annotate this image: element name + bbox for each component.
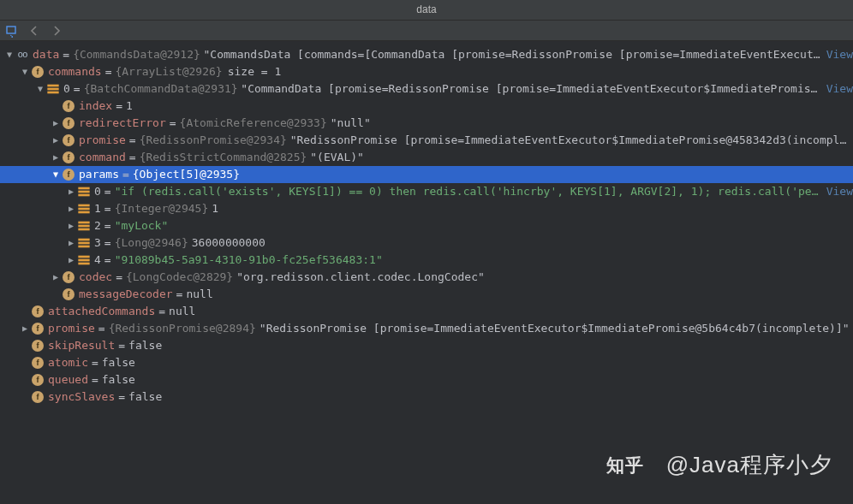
var-name: data bbox=[33, 46, 59, 63]
expand-arrow-icon[interactable]: ▶ bbox=[65, 183, 77, 200]
tree-row-params-2[interactable]: ▶ 2 = "myLock" bbox=[0, 217, 853, 234]
expand-arrow-icon[interactable]: ▶ bbox=[65, 200, 77, 217]
var-value: false bbox=[102, 354, 135, 371]
tree-row-skipResult[interactable]: f skipResult = false bbox=[0, 337, 853, 354]
svg-rect-6 bbox=[78, 194, 89, 197]
view-link[interactable]: View bbox=[826, 80, 853, 98]
var-value: "RedissonPromise [promise=ImmediateEvent… bbox=[259, 320, 853, 337]
tree-row-syncSlaves[interactable]: f syncSlaves = false bbox=[0, 388, 853, 406]
equals-sign: = bbox=[63, 46, 69, 63]
tree-row-index[interactable]: f index = 1 bbox=[0, 98, 853, 115]
tree-row-params[interactable]: ▼ f params = {Object[5]@2935} bbox=[0, 166, 853, 183]
tree-row-commands[interactable]: ▼ f commands = {ArrayList@2926} size = 1 bbox=[0, 63, 853, 80]
watermark: 知乎 @Java程序小夕 bbox=[606, 450, 832, 480]
view-link[interactable]: View bbox=[826, 183, 853, 200]
tree-row-messageDecoder[interactable]: f messageDecoder = null bbox=[0, 286, 853, 303]
tree-row-command[interactable]: ▶ f command = {RedisStrictCommand@2825} … bbox=[0, 149, 853, 166]
array-index: 0 bbox=[63, 80, 70, 98]
tree-row-promise-inner[interactable]: ▶ f promise = {RedissonPromise@2934} "Re… bbox=[0, 132, 853, 149]
tree-row-params-0[interactable]: ▶ 0 = "if (redis.call('exists', KEYS[1])… bbox=[0, 183, 853, 200]
tree-row-params-1[interactable]: ▶ 1 = {Integer@2945} 1 bbox=[0, 200, 853, 217]
var-name: command bbox=[79, 149, 126, 166]
var-name: redirectError bbox=[79, 115, 166, 132]
expand-arrow-icon[interactable]: ▶ bbox=[50, 132, 62, 149]
arrow-right-icon[interactable] bbox=[50, 24, 63, 38]
svg-rect-9 bbox=[78, 211, 89, 214]
field-icon: f bbox=[31, 356, 45, 370]
field-icon: f bbox=[31, 65, 45, 79]
expand-arrow-icon[interactable]: ▶ bbox=[50, 269, 62, 286]
tree-row-params-4[interactable]: ▶ 4 = "91089b45-5a91-4310-91b0-fc25ef536… bbox=[0, 252, 853, 269]
object-type: {BatchCommandData@2931} bbox=[84, 80, 238, 98]
expand-arrow-icon[interactable]: ▶ bbox=[50, 115, 62, 132]
field-icon: f bbox=[62, 270, 75, 284]
var-value: false bbox=[102, 371, 135, 388]
var-value: 1 bbox=[126, 98, 133, 115]
field-icon: f bbox=[31, 305, 45, 318]
expand-arrow-icon[interactable]: ▶ bbox=[65, 252, 77, 269]
object-type: {Long@2946} bbox=[115, 234, 188, 252]
var-name: index bbox=[79, 98, 112, 115]
var-name: codec bbox=[79, 269, 112, 286]
var-name: messageDecoder bbox=[79, 286, 173, 303]
var-name: attachedCommands bbox=[48, 303, 155, 320]
tree-row-attachedCommands[interactable]: f attachedCommands = null bbox=[0, 303, 853, 320]
object-type: {CommandsData@2912} bbox=[73, 46, 200, 63]
field-icon: f bbox=[62, 133, 75, 147]
tree-row-promise-outer[interactable]: ▶ f promise = {RedissonPromise@2894} "Re… bbox=[0, 320, 853, 337]
expand-arrow-icon[interactable]: ▼ bbox=[34, 80, 46, 98]
expand-arrow-icon[interactable]: ▼ bbox=[50, 166, 62, 183]
tree-row-data[interactable]: ▼ oo data = {CommandsData@2912} "Command… bbox=[0, 46, 853, 63]
svg-rect-8 bbox=[78, 208, 89, 210]
tree-row-item-0[interactable]: ▼ 0 = {BatchCommandData@2931} "CommandDa… bbox=[0, 80, 853, 98]
debugger-variables-tree[interactable]: ▼ oo data = {CommandsData@2912} "Command… bbox=[0, 41, 853, 411]
svg-rect-13 bbox=[78, 239, 89, 241]
object-summary: "CommandsData [commands=[CommandData [pr… bbox=[204, 46, 821, 63]
var-name: atomic bbox=[48, 354, 88, 371]
debug-restart-icon[interactable] bbox=[5, 24, 19, 38]
var-value: "org.redisson.client.codec.LongCodec" bbox=[236, 269, 485, 286]
expand-arrow-icon[interactable]: ▶ bbox=[65, 217, 77, 234]
field-icon: f bbox=[62, 288, 75, 301]
var-name: syncSlaves bbox=[48, 388, 115, 406]
tree-row-params-3[interactable]: ▶ 3 = {Long@2946} 36000000000 bbox=[0, 234, 853, 252]
tree-row-codec[interactable]: ▶ f codec = {LongCodec@2829} "org.rediss… bbox=[0, 269, 853, 286]
object-type: {ArrayList@2926} bbox=[115, 63, 222, 80]
expand-arrow-icon[interactable]: ▶ bbox=[19, 320, 31, 337]
svg-rect-18 bbox=[78, 263, 89, 265]
tree-row-queued[interactable]: f queued = false bbox=[0, 371, 853, 388]
var-name: skipResult bbox=[48, 337, 115, 354]
expand-arrow-icon[interactable]: ▶ bbox=[65, 234, 77, 252]
var-value: "if (redis.call('exists', KEYS[1]) == 0)… bbox=[115, 183, 821, 200]
array-element-icon bbox=[77, 185, 91, 199]
tree-row-redirectError[interactable]: ▶ f redirectError = {AtomicReference@293… bbox=[0, 115, 853, 132]
infinity-icon: oo bbox=[15, 48, 29, 62]
view-link[interactable]: View bbox=[826, 46, 853, 63]
array-index: 2 bbox=[94, 217, 101, 234]
svg-rect-12 bbox=[78, 228, 89, 231]
expand-arrow-icon[interactable]: ▼ bbox=[19, 63, 31, 80]
toolbar bbox=[0, 21, 853, 41]
array-index: 4 bbox=[94, 252, 101, 269]
expand-arrow-icon[interactable]: ▼ bbox=[3, 46, 15, 63]
object-summary: "CommandData [promise=RedissonPromise [p… bbox=[241, 80, 820, 98]
svg-rect-0 bbox=[7, 27, 15, 33]
svg-rect-11 bbox=[78, 225, 89, 228]
field-icon: f bbox=[31, 322, 45, 335]
watermark-text: @Java程序小夕 bbox=[666, 450, 832, 480]
var-name: queued bbox=[48, 371, 88, 388]
size-label: size = 1 bbox=[228, 63, 282, 80]
expand-arrow-icon[interactable]: ▶ bbox=[50, 149, 62, 166]
var-value: "RedissonPromise [promise=ImmediateEvent… bbox=[290, 132, 853, 149]
var-value: null bbox=[186, 286, 212, 303]
object-type: {RedissonPromise@2934} bbox=[140, 132, 287, 149]
tree-row-atomic[interactable]: f atomic = false bbox=[0, 354, 853, 371]
field-icon: f bbox=[62, 151, 75, 164]
field-icon: f bbox=[62, 116, 75, 130]
svg-rect-17 bbox=[78, 259, 89, 262]
arrow-left-icon[interactable] bbox=[27, 24, 41, 38]
array-index: 3 bbox=[94, 234, 101, 252]
object-type: {LongCodec@2829} bbox=[126, 269, 233, 286]
svg-rect-10 bbox=[78, 222, 89, 224]
object-type: {RedissonPromise@2894} bbox=[109, 320, 256, 337]
